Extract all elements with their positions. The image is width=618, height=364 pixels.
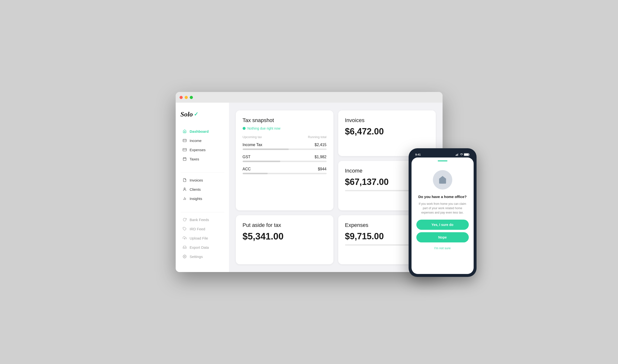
insights-label: Insights: [190, 196, 202, 201]
nav-tertiary: Bank Feeds IRD Feed: [180, 215, 224, 261]
svg-rect-4: [183, 158, 186, 161]
tax-snapshot-card: Tax snapshot Nothing due right now Upcom…: [236, 110, 333, 210]
gst-progress-bar: [243, 161, 327, 162]
income-tax-progress-fill: [243, 148, 289, 150]
sidebar-item-upload-file[interactable]: Upload File: [180, 234, 224, 242]
sidebar-item-clients[interactable]: Clients: [180, 185, 224, 194]
acc-progress-bar: [243, 173, 327, 174]
tax-col1-label: Upcoming tax: [243, 135, 262, 139]
maximize-button[interactable]: [190, 96, 193, 99]
home-office-icon-circle: [433, 170, 452, 190]
sidebar-item-dashboard[interactable]: Dashboard: [180, 127, 224, 136]
svg-rect-0: [183, 139, 186, 142]
gst-name: GST: [243, 155, 251, 159]
phone-screen: Do you have a home office? If you work f…: [412, 157, 474, 274]
put-aside-card: Put aside for tax $5,341.00: [236, 215, 333, 264]
status-badge: Nothing due right now: [243, 126, 327, 130]
income-icon: [182, 138, 187, 143]
battery-icon: [464, 153, 470, 156]
phone-progress-bar: [438, 160, 447, 161]
logo-check-icon: ✓: [194, 111, 198, 117]
acc-progress-fill: [243, 173, 268, 174]
sidebar-item-settings[interactable]: Settings: [180, 252, 224, 261]
minimize-button[interactable]: [185, 96, 188, 99]
income-tax-amount: $2,415: [315, 143, 327, 147]
upload-icon: [182, 236, 187, 240]
sidebar-item-ird-feed[interactable]: IRD Feed: [180, 224, 224, 233]
close-button[interactable]: [180, 96, 183, 99]
sidebar-item-invoices[interactable]: Invoices: [180, 176, 224, 184]
phone-overlay: 9:41: [409, 148, 476, 277]
sidebar-item-bank-feeds[interactable]: Bank Feeds: [180, 215, 224, 224]
logo-text: Solo: [180, 110, 193, 118]
mac-titlebar: [176, 92, 443, 103]
wifi-icon: [460, 153, 463, 156]
income-label: Income: [190, 139, 202, 143]
acc-name: ACC: [243, 167, 251, 171]
tax-col2-label: Running total: [308, 135, 327, 139]
gst-amount: $1,982: [315, 155, 327, 159]
house-icon: [438, 175, 447, 184]
inbox-icon: [182, 245, 187, 249]
tax-item-gst: GST $1,982: [243, 155, 327, 162]
home-icon: [182, 129, 187, 133]
svg-rect-16: [456, 154, 457, 156]
svg-point-14: [184, 256, 185, 257]
nav-divider-1: [180, 172, 224, 173]
nav-secondary: Invoices Clients I: [180, 176, 224, 203]
svg-point-8: [184, 188, 185, 189]
nav-primary: Dashboard Income E: [180, 127, 224, 164]
phone-header: [412, 157, 474, 163]
mac-body: Solo✓ Dashboard: [176, 103, 443, 272]
tax-header-row: Upcoming tax Running total: [243, 135, 327, 139]
app-logo: Solo✓: [180, 110, 224, 118]
clients-label: Clients: [190, 187, 201, 192]
phone-frame: 9:41: [409, 148, 476, 277]
invoices-amount: $6,472.00: [345, 126, 429, 137]
yes-button[interactable]: Yes, I sure do: [416, 220, 469, 230]
tax-snapshot-title: Tax snapshot: [243, 117, 327, 124]
expenses-label: Expenses: [190, 148, 206, 152]
bank-feeds-label: Bank Feeds: [190, 218, 209, 222]
signal-icon: [456, 153, 459, 156]
phone-time: 9:41: [415, 153, 421, 156]
income-tax-progress-bar: [243, 148, 327, 150]
sidebar-item-insights[interactable]: Insights: [180, 194, 224, 203]
mac-window: Solo✓ Dashboard: [176, 92, 443, 272]
settings-label: Settings: [190, 255, 203, 259]
invoices-title: Invoices: [345, 117, 429, 124]
sidebar-item-export-data[interactable]: Export Data: [180, 243, 224, 252]
file-icon: [182, 178, 187, 182]
put-aside-amount: $5,341.00: [243, 231, 327, 242]
sidebar-item-expenses[interactable]: Expenses: [180, 145, 224, 154]
sidebar-item-taxes[interactable]: Taxes: [180, 155, 224, 163]
nope-button[interactable]: Nope: [416, 232, 469, 242]
bar-chart-icon: [182, 196, 187, 201]
status-text: Nothing due right now: [247, 126, 281, 130]
settings-icon: [182, 254, 187, 259]
refresh-icon: [182, 217, 187, 222]
svg-rect-2: [183, 148, 186, 151]
dashboard-label: Dashboard: [190, 129, 209, 133]
svg-rect-17: [457, 154, 458, 156]
upload-file-label: Upload File: [190, 236, 208, 240]
status-dot: [243, 127, 245, 130]
put-aside-title: Put aside for tax: [243, 222, 327, 228]
acc-amount: $944: [318, 167, 327, 171]
phone-subtext: If you work from home you can claim part…: [416, 202, 469, 215]
svg-rect-20: [464, 154, 469, 156]
nav-divider-2: [180, 212, 224, 212]
export-data-label: Export Data: [190, 245, 209, 249]
phone-statusbar: 9:41: [412, 151, 474, 157]
phone-content: Do you have a home office? If you work f…: [412, 163, 474, 274]
income-tax-name: Income Tax: [243, 143, 263, 147]
ird-feed-label: IRD Feed: [190, 227, 205, 231]
calendar-icon: [182, 157, 187, 161]
user-icon: [182, 187, 187, 192]
sidebar: Solo✓ Dashboard: [176, 103, 229, 272]
not-sure-link[interactable]: I'm not sure: [434, 246, 451, 250]
credit-card-icon: [182, 148, 187, 152]
gst-progress-fill: [243, 161, 281, 162]
sidebar-item-income[interactable]: Income: [180, 136, 224, 145]
tag-icon: [182, 227, 187, 231]
